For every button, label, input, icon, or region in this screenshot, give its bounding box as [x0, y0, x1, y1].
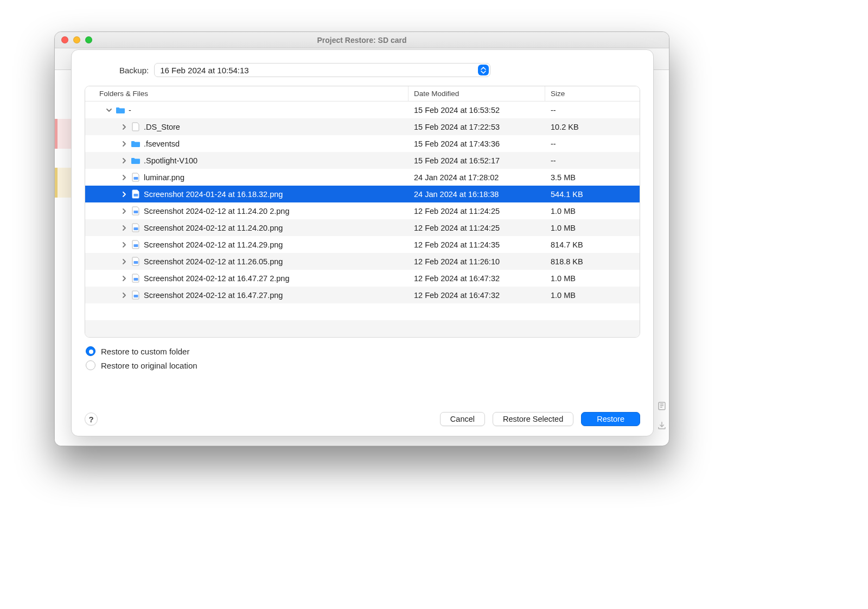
svg-rect-2 [133, 194, 138, 196]
table-row[interactable]: .fseventsd15 Feb 2024 at 17:43:36-- [85, 135, 640, 152]
chevron-right-icon[interactable] [121, 174, 127, 181]
svg-rect-6 [133, 261, 138, 264]
image-file-icon [131, 240, 141, 250]
table-row[interactable]: -15 Feb 2024 at 16:53:52-- [85, 101, 640, 118]
file-date: 24 Jan 2024 at 16:18:38 [409, 186, 545, 202]
image-file-icon [131, 257, 141, 267]
chevron-right-icon[interactable] [121, 292, 127, 299]
table-body: -15 Feb 2024 at 16:53:52--.DS_Store15 Fe… [85, 101, 640, 337]
file-size: 818.8 KB [545, 253, 640, 270]
file-date: 12 Feb 2024 at 16:47:32 [409, 287, 545, 303]
image-file-icon [131, 189, 141, 199]
updown-stepper-icon [478, 65, 489, 75]
radio-label: Restore to custom folder [101, 347, 189, 356]
file-date: 12 Feb 2024 at 11:24:25 [409, 219, 545, 236]
restore-sheet: Backup: 16 Feb 2024 at 10:54:13 Folders … [71, 49, 654, 436]
radio-icon [86, 346, 95, 356]
chevron-right-icon[interactable] [121, 141, 127, 147]
titlebar: Project Restore: SD card [55, 32, 669, 48]
file-size: -- [545, 101, 640, 118]
file-date: 15 Feb 2024 at 16:53:52 [409, 101, 545, 118]
minimize-window-button[interactable] [73, 36, 80, 43]
image-file-icon [131, 173, 141, 182]
chevron-right-icon[interactable] [121, 242, 127, 248]
zoom-window-button[interactable] [85, 36, 92, 43]
svg-rect-5 [133, 244, 138, 247]
background-sidebar [55, 70, 71, 446]
file-name: .fseventsd [144, 139, 180, 148]
file-date: 15 Feb 2024 at 16:52:17 [409, 152, 545, 169]
backup-dropdown[interactable]: 16 Feb 2024 at 10:54:13 [154, 63, 490, 77]
table-row[interactable]: luminar.png24 Jan 2024 at 17:28:023.5 MB [85, 169, 640, 186]
chevron-right-icon[interactable] [121, 191, 127, 198]
restore-button[interactable]: Restore [581, 412, 640, 426]
table-row[interactable]: Screenshot 2024-02-12 at 11.24.29.png12 … [85, 236, 640, 253]
backup-selected-value: 16 Feb 2024 at 10:54:13 [160, 66, 248, 75]
file-name: Screenshot 2024-01-24 at 16.18.32.png [144, 190, 283, 199]
help-button[interactable]: ? [85, 413, 98, 426]
table-row[interactable]: Screenshot 2024-02-12 at 11.24.20.png12 … [85, 219, 640, 236]
column-header-name[interactable]: Folders & Files [85, 86, 409, 101]
file-size: -- [545, 152, 640, 169]
file-name: Screenshot 2024-02-12 at 16.47.27.png [144, 291, 283, 300]
chevron-right-icon[interactable] [121, 225, 127, 231]
file-size: 3.5 MB [545, 169, 640, 186]
svg-rect-4 [133, 227, 138, 230]
window-title: Project Restore: SD card [55, 36, 669, 45]
svg-rect-1 [133, 177, 138, 180]
folder-icon [131, 139, 141, 149]
file-name: Screenshot 2024-02-12 at 11.26.05.png [144, 257, 283, 266]
traffic-lights [55, 36, 92, 43]
chevron-right-icon[interactable] [121, 124, 127, 130]
table-row[interactable]: .Spotlight-V10015 Feb 2024 at 16:52:17-- [85, 152, 640, 169]
close-window-button[interactable] [61, 36, 68, 43]
file-name: Screenshot 2024-02-12 at 16.47.27 2.png [144, 274, 289, 283]
app-window: Project Restore: SD card Backup: 16 Feb … [54, 31, 669, 446]
file-name: Screenshot 2024-02-12 at 11.24.20 2.png [144, 207, 289, 215]
table-row[interactable]: Screenshot 2024-02-12 at 11.26.05.png12 … [85, 253, 640, 270]
table-row[interactable]: Screenshot 2024-02-12 at 16.47.27.png12 … [85, 287, 640, 303]
chevron-right-icon[interactable] [121, 157, 127, 164]
file-name: Screenshot 2024-02-12 at 11.24.29.png [144, 240, 283, 249]
file-date: 12 Feb 2024 at 11:24:35 [409, 236, 545, 253]
table-row-empty [85, 303, 640, 320]
radio-restore-original[interactable]: Restore to original location [86, 360, 640, 370]
file-date: 24 Jan 2024 at 17:28:02 [409, 169, 545, 186]
file-name: .Spotlight-V100 [144, 156, 197, 165]
radio-label: Restore to original location [101, 361, 197, 370]
sheet-footer: ? Cancel Restore Selected Restore [85, 412, 640, 426]
chevron-right-icon[interactable] [121, 275, 127, 282]
background-right-icons [655, 401, 669, 430]
restore-selected-button[interactable]: Restore Selected [493, 412, 573, 426]
file-name: .DS_Store [144, 123, 180, 131]
file-size: -- [545, 135, 640, 152]
column-header-size[interactable]: Size [545, 86, 640, 101]
file-date: 15 Feb 2024 at 17:43:36 [409, 135, 545, 152]
file-date: 15 Feb 2024 at 17:22:53 [409, 118, 545, 135]
file-date: 12 Feb 2024 at 16:47:32 [409, 270, 545, 287]
radio-restore-custom[interactable]: Restore to custom folder [86, 346, 640, 356]
image-file-icon [131, 290, 141, 300]
svg-rect-8 [133, 295, 138, 297]
file-size: 1.0 MB [545, 287, 640, 303]
restore-destination-group: Restore to custom folder Restore to orig… [85, 346, 640, 370]
file-date: 12 Feb 2024 at 11:26:10 [409, 253, 545, 270]
backup-selector-row: Backup: 16 Feb 2024 at 10:54:13 [85, 61, 640, 86]
table-row[interactable]: .DS_Store15 Feb 2024 at 17:22:5310.2 KB [85, 118, 640, 135]
radio-icon [86, 360, 95, 370]
table-row[interactable]: Screenshot 2024-02-12 at 16.47.27 2.png1… [85, 270, 640, 287]
chevron-right-icon[interactable] [121, 208, 127, 214]
table-row[interactable]: Screenshot 2024-02-12 at 11.24.20 2.png1… [85, 202, 640, 219]
table-row-empty [85, 320, 640, 337]
cancel-button[interactable]: Cancel [440, 412, 485, 426]
chevron-down-icon[interactable] [106, 107, 112, 113]
file-size: 1.0 MB [545, 270, 640, 287]
folder-icon [131, 156, 141, 166]
image-file-icon [131, 223, 141, 233]
file-icon [131, 122, 141, 132]
table-row[interactable]: Screenshot 2024-01-24 at 16.18.32.png24 … [85, 186, 640, 202]
chevron-right-icon[interactable] [121, 258, 127, 265]
file-table: Folders & Files Date Modified Size -15 F… [85, 86, 640, 338]
file-date: 12 Feb 2024 at 11:24:25 [409, 202, 545, 219]
column-header-date[interactable]: Date Modified [409, 86, 545, 101]
